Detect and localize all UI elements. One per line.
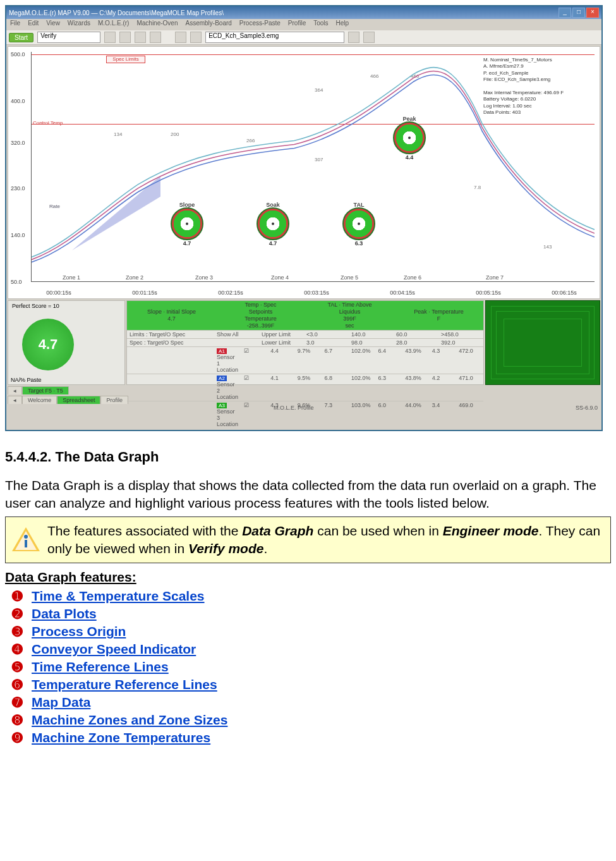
y-tick: 230.0 [11, 185, 25, 192]
scroll-left[interactable]: ◂ [8, 386, 22, 394]
app-window: MegaM.O.L.E.(r) MAP V9.00 — C:\My Docume… [5, 5, 603, 431]
section-heading: 5.4.4.2. The Data Graph [5, 449, 611, 465]
feature-list: ➊Time & Temperature Scales ➋Data Plots ➌… [5, 589, 611, 745]
status-version: SS-6.9.0 [576, 405, 598, 411]
window-close[interactable]: × [586, 8, 599, 18]
tab-target[interactable]: Target F5 · T5 [22, 386, 69, 394]
toolbar-icon-5[interactable] [175, 32, 186, 43]
start-button[interactable]: Start [9, 33, 33, 42]
file-select[interactable]: ECD_Kch_Sample3.emg [205, 32, 344, 43]
feature-link[interactable]: Process Origin [32, 624, 126, 638]
pcb-preview [485, 300, 600, 385]
feature-item: ➋Data Plots [32, 606, 611, 621]
score-badge: 4.7 [22, 319, 74, 370]
table-row: A1Sensor 1 Location ☑ 4.49.7%6.7102.0%6.… [127, 346, 483, 374]
metrics-header: Slope · Initial Slope4.7 Temp · SpecSetp… [127, 301, 483, 330]
y-tick: 500.0 [11, 51, 25, 58]
menu-help[interactable]: Help [336, 20, 349, 30]
feature-item: ➑Machine Zones and Zone Sizes [32, 712, 611, 728]
scroll-left[interactable]: ◂ [8, 396, 22, 404]
menubar: File Edit View Wizards M.O.L.E.(r) Machi… [6, 19, 601, 30]
info-icon [12, 526, 40, 554]
tab-spreadsheet[interactable]: Spreadsheet [57, 396, 100, 404]
feature-item: ➊Time & Temperature Scales [32, 589, 611, 604]
score-label: Perfect Score = 10 [8, 301, 124, 311]
menu-edit[interactable]: Edit [28, 20, 39, 30]
toolbar-icon-8[interactable] [363, 32, 375, 43]
feature-link[interactable]: Data Plots [32, 606, 97, 621]
toolbar-icon-3[interactable] [135, 32, 146, 43]
feature-link[interactable]: Time & Temperature Scales [32, 589, 205, 603]
toolbar-icon-7[interactable] [348, 32, 359, 43]
document-body: 5.4.4.2. The Data Graph The Data Graph i… [5, 449, 611, 745]
x-tick: 00:03:15s [304, 290, 329, 296]
feature-link[interactable]: Conveyor Speed Indicator [32, 642, 196, 656]
x-tick: 00:06:15s [552, 290, 577, 296]
table-row: A3Sensor 3 Location ☑ 4.39.6%7.3103.0%6.… [127, 401, 483, 428]
x-tick: 00:02:15s [218, 290, 243, 296]
tab-profile[interactable]: Profile [100, 396, 128, 404]
mode-select[interactable]: Verify [37, 32, 100, 43]
feature-link[interactable]: Time Reference Lines [32, 659, 169, 674]
menu-view[interactable]: View [46, 20, 60, 30]
feature-link[interactable]: Machine Zone Temperatures [32, 730, 210, 745]
x-tick: 00:00:15s [46, 290, 71, 296]
feature-item: ➒Machine Zone Temperatures [32, 730, 611, 745]
feature-item: ➍Conveyor Speed Indicator [32, 642, 611, 657]
summary-panels: Perfect Score = 10 4.7 NA/% Paste Slope … [8, 300, 600, 385]
menu-mole[interactable]: M.O.L.E.(r) [98, 20, 129, 30]
menu-profile[interactable]: Profile [288, 20, 306, 30]
info-note: The features associated with the Data Gr… [5, 516, 611, 564]
titlebar: MegaM.O.L.E.(r) MAP V9.00 — C:\My Docume… [6, 6, 601, 19]
menu-file[interactable]: File [10, 20, 20, 30]
tab-welcome[interactable]: Welcome [22, 396, 57, 404]
menu-machine[interactable]: Machine-Oven [136, 20, 178, 30]
status-left [10, 405, 12, 411]
feature-item: ➌Process Origin [32, 624, 611, 639]
feature-link[interactable]: Map Data [32, 695, 90, 709]
data-graph[interactable]: 500.0 400.0 320.0 230.0 140.0 50.0 00:00… [8, 46, 600, 299]
gauge-tal: TAL 6.3 [342, 207, 375, 240]
menu-assembly[interactable]: Assembly-Board [185, 20, 231, 30]
titlebar-text: MegaM.O.L.E.(r) MAP V9.00 — C:\My Docume… [9, 9, 224, 16]
menu-tools[interactable]: Tools [313, 20, 328, 30]
score-panel: Perfect Score = 10 4.7 NA/% Paste [8, 300, 125, 385]
metrics-table: Slope · Initial Slope4.7 Temp · SpecSetp… [126, 300, 484, 385]
gauge-slope: Slope 4.7 [171, 207, 203, 240]
x-tick: 00:05:15s [476, 290, 501, 296]
window-maximize[interactable]: □ [572, 8, 585, 18]
x-tick: 00:01:15s [132, 290, 157, 296]
section-paragraph: The Data Graph is a display that shows t… [5, 477, 611, 513]
gauge-peak: Peak 4.4 [393, 121, 426, 154]
window-minimize[interactable]: _ [559, 8, 571, 18]
x-tick: 00:04:15s [390, 290, 415, 296]
y-tick: 140.0 [11, 232, 25, 238]
toolbar: Start Verify ECD_Kch_Sample3.emg [6, 30, 601, 45]
toolbar-icon-4[interactable] [150, 32, 161, 43]
table-row: Spec : Target/O Spec Lower Limit 3.098.0… [127, 338, 483, 346]
menu-process[interactable]: Process-Paste [239, 20, 281, 30]
features-heading: Data Graph features: [5, 570, 611, 585]
y-tick: 400.0 [11, 98, 25, 104]
y-tick: 320.0 [11, 140, 25, 146]
feature-link[interactable]: Temperature Reference Lines [32, 677, 217, 692]
note-text: The features associated with the Data Gr… [47, 522, 604, 558]
table-row: Limits : Target/O Spec Show All Upper Li… [127, 330, 483, 338]
toolbar-icon-6[interactable] [190, 32, 202, 43]
gauge-soak: Soak 4.7 [257, 207, 289, 240]
feature-item: ➐Map Data [32, 695, 611, 710]
feature-item: ➎Time Reference Lines [32, 659, 611, 675]
toolbar-icon-2[interactable] [119, 32, 131, 43]
y-tick: 50.0 [11, 279, 22, 285]
table-row: A2Sensor 2 Location ☑ 4.19.5%6.8102.0%6.… [127, 374, 483, 401]
toolbar-icon-1[interactable] [104, 32, 116, 43]
menu-wizards[interactable]: Wizards [68, 20, 90, 30]
feature-link[interactable]: Machine Zones and Zone Sizes [32, 712, 227, 727]
run-info-box: M. Nominal_Time9s_7_Motors A. Mfme/Esm27… [483, 57, 591, 116]
row-label-paste: NA/% Paste [11, 377, 42, 383]
plot-area: Spec Limits Control Temp Rate 134 200 26… [31, 52, 595, 282]
feature-item: ➏Temperature Reference Lines [32, 677, 611, 692]
